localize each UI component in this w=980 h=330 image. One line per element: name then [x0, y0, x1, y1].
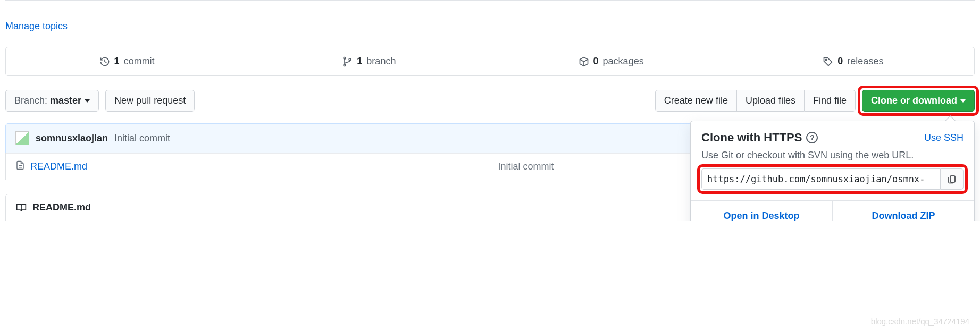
use-ssh-link[interactable]: Use SSH: [924, 132, 964, 143]
clone-description: Use Git or checkout with SVN using the w…: [701, 150, 964, 161]
commits-count: 1: [114, 56, 120, 67]
caret-down-icon: [960, 99, 966, 103]
open-in-desktop-button[interactable]: Open in Desktop: [691, 201, 832, 221]
new-pull-request-button[interactable]: New pull request: [105, 90, 195, 112]
svg-point-3: [826, 59, 827, 61]
clone-popup: Clone with HTTPS ? Use SSH Use Git or ch…: [690, 121, 975, 221]
divider: [5, 0, 975, 1]
avatar[interactable]: [15, 131, 29, 145]
branch-name: master: [50, 95, 81, 106]
file-nav: Branch: master New pull request Create n…: [5, 90, 975, 112]
copy-url-button[interactable]: [940, 168, 964, 190]
tag-icon: [823, 56, 833, 67]
svg-point-1: [349, 58, 351, 61]
caret-down-icon: [85, 99, 90, 103]
repo-summary-bar: 1 commit 1 branch 0 packages 0 releases: [5, 47, 975, 76]
clone-popup-title: Clone with HTTPS ?: [701, 131, 818, 145]
find-file-button[interactable]: Find file: [804, 90, 856, 112]
clipboard-icon: [947, 174, 957, 184]
commits-label: commit: [124, 56, 155, 67]
commit-author[interactable]: somnusxiaojian: [36, 133, 108, 144]
book-icon: [15, 202, 27, 213]
clone-button-label: Clone or download: [871, 95, 957, 106]
file-icon: [15, 160, 25, 173]
manage-topics-link[interactable]: Manage topics: [5, 21, 68, 32]
help-icon[interactable]: ?: [806, 132, 818, 143]
svg-point-0: [344, 57, 346, 59]
clone-title-text: Clone with HTTPS: [701, 131, 802, 145]
branch-icon: [342, 56, 353, 67]
branches-label: branch: [366, 56, 396, 67]
branch-prefix: Branch:: [14, 95, 47, 106]
packages-count: 0: [593, 56, 599, 67]
file-name-link[interactable]: README.md: [30, 161, 87, 172]
create-new-file-button[interactable]: Create new file: [655, 90, 736, 112]
download-zip-button[interactable]: Download ZIP: [832, 201, 974, 221]
releases-count: 0: [837, 56, 843, 67]
packages-cell[interactable]: 0 packages: [490, 47, 732, 75]
commit-message[interactable]: Initial commit: [114, 133, 170, 144]
annotation-highlight: [701, 168, 964, 190]
branches-count: 1: [357, 56, 362, 67]
clone-or-download-button[interactable]: Clone or download: [862, 90, 975, 112]
history-icon: [99, 56, 110, 67]
package-icon: [579, 56, 589, 67]
readme-title: README.md: [32, 202, 91, 213]
releases-label: releases: [847, 56, 883, 67]
annotation-highlight: Clone or download: [862, 90, 975, 112]
clone-url-input[interactable]: [701, 168, 940, 190]
releases-cell[interactable]: 0 releases: [732, 47, 974, 75]
commits-cell[interactable]: 1 commit: [6, 47, 248, 75]
svg-rect-4: [950, 176, 955, 182]
upload-files-button[interactable]: Upload files: [736, 90, 804, 112]
packages-label: packages: [603, 56, 644, 67]
file-actions-group: Create new file Upload files Find file: [655, 90, 856, 112]
svg-point-2: [344, 64, 346, 66]
branches-cell[interactable]: 1 branch: [248, 47, 490, 75]
branch-select-button[interactable]: Branch: master: [5, 90, 99, 112]
